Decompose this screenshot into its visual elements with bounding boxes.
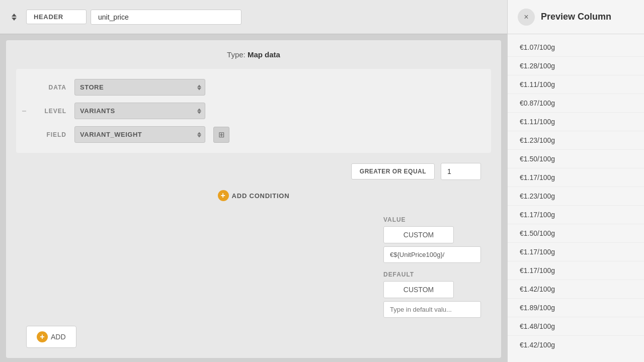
content-area: Type: Map data DATA STORE [6, 40, 501, 358]
preview-list-item: €1.17/100g [508, 168, 644, 187]
data-select-wrapper: STORE [74, 79, 205, 96]
add-button-label: ADD [51, 333, 66, 341]
default-custom-button[interactable]: CUSTOM [383, 281, 454, 298]
type-label: Type: Map data [16, 50, 491, 59]
field-select[interactable]: VARIANT_WEIGHT [74, 126, 205, 143]
mapping-section: DATA STORE LEVEL VARIANTS [16, 69, 491, 153]
level-label: LEVEL [36, 108, 66, 115]
add-condition-button[interactable]: + ADD CONDITION [218, 190, 290, 201]
preview-list: €1.07/100g€1.28/100g€1.11/100g€0.87/100g… [508, 34, 644, 362]
preview-list-item: €1.23/100g [508, 131, 644, 150]
preview-list-item: €0.87/100g [508, 94, 644, 113]
field-select-wrapper: VARIANT_WEIGHT [74, 126, 205, 143]
preview-header: × Preview Column [508, 0, 644, 34]
add-condition-area: + ADD CONDITION [16, 190, 491, 201]
preview-panel: × Preview Column €1.07/100g€1.28/100g€1.… [507, 0, 644, 362]
level-select[interactable]: VARIANTS [74, 103, 205, 119]
header-label: HEADER [26, 10, 87, 24]
type-value: Map data [248, 50, 280, 59]
field-label: FIELD [36, 131, 66, 138]
sort-button[interactable] [6, 9, 22, 25]
field-name-input[interactable] [91, 10, 242, 25]
preview-list-item: €1.23/100g [508, 187, 644, 206]
preview-list-item: €1.28/100g [508, 57, 644, 75]
add-condition-label: ADD CONDITION [232, 192, 290, 200]
preview-list-item: €1.11/100g [508, 113, 644, 131]
preview-list-item: €1.07/100g [508, 38, 644, 57]
preview-list-item: €1.50/100g [508, 224, 644, 243]
preview-list-item: €1.11/100g [508, 75, 644, 94]
header-row: HEADER [0, 0, 507, 34]
resize-handle[interactable] [22, 109, 26, 113]
main-area: HEADER Type: Map data DATA STORE [0, 0, 507, 362]
default-section-label: DEFAULT [383, 271, 414, 278]
close-button[interactable]: × [518, 9, 535, 26]
level-row: LEVEL VARIANTS [36, 103, 481, 119]
level-select-wrapper: VARIANTS [74, 103, 205, 119]
preview-list-item: €1.50/100g [508, 150, 644, 168]
add-button[interactable]: + ADD [26, 326, 76, 348]
value-section-label: VALUE [383, 216, 406, 223]
formula-input[interactable] [383, 246, 481, 263]
preview-list-item: €1.17/100g [508, 243, 644, 261]
condition-number-input[interactable] [441, 163, 481, 180]
add-condition-plus-icon: + [218, 190, 229, 201]
value-custom-button[interactable]: CUSTOM [383, 226, 454, 243]
preview-list-item: €1.17/100g [508, 261, 644, 280]
field-calc-button[interactable]: ⊞ [213, 127, 229, 143]
greater-equal-button[interactable]: GREATER OR EQUAL [351, 163, 435, 179]
preview-list-item: €1.89/100g [508, 299, 644, 317]
condition-inputs: GREATER OR EQUAL [16, 163, 491, 180]
add-button-plus-icon: + [37, 331, 48, 342]
add-button-area: + ADD [16, 326, 491, 348]
preview-title: Preview Column [541, 12, 611, 22]
preview-list-item: €1.17/100g [508, 206, 644, 224]
preview-list-item: €1.42/100g [508, 280, 644, 299]
preview-list-item: €1.42/100g [508, 336, 644, 354]
data-label: DATA [36, 84, 66, 91]
data-select[interactable]: STORE [74, 79, 205, 96]
default-value-input[interactable] [383, 301, 481, 318]
preview-list-item: €1.48/100g [508, 317, 644, 336]
field-row: FIELD VARIANT_WEIGHT ⊞ [36, 126, 481, 143]
data-row: DATA STORE [36, 79, 481, 96]
